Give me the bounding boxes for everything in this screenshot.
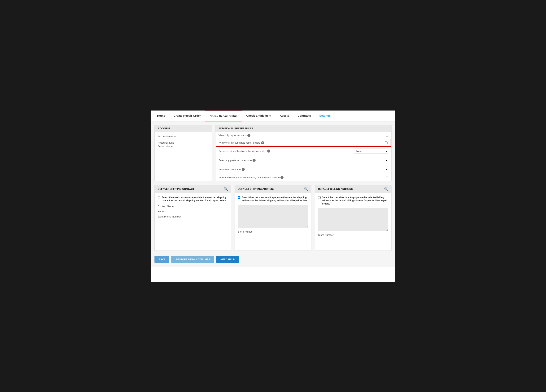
billing-address-title: DEFAULT BILLING ADDRESS (318, 188, 353, 190)
account-name-row: Account Name Zebra Internal (158, 141, 208, 148)
email-notification-select[interactable]: None All Custom (354, 149, 388, 154)
account-body: Account Number Account Name Zebra Intern… (155, 132, 212, 154)
shipping-address-checkbox-text: Select the checkbox to auto-populate the… (242, 196, 308, 202)
shipping-address-checkbox-row: Select the checkbox to auto-populate the… (238, 196, 308, 202)
battery-control (386, 176, 388, 179)
top-section: ACCOUNT Account Number Account Name Zebr… (155, 125, 391, 181)
account-name-value: Zebra Internal (158, 145, 208, 148)
saved-carts-text: View only my saved carts (219, 134, 247, 137)
shipping-address-body: Select the checkbox to auto-populate the… (235, 193, 311, 251)
account-panel: ACCOUNT Account Number Account Name Zebr… (155, 125, 212, 181)
battery-info-icon[interactable]: i (280, 176, 284, 179)
language-text: Preferred Language (219, 168, 241, 171)
nav-item-create-repair-order[interactable]: Create Repair Order (169, 111, 205, 121)
pref-label-battery: Auto-add battery lines with battery main… (219, 176, 384, 179)
shipping-contact-title: DEFAULT SHIPPING CONTACT (158, 188, 194, 190)
billing-address-textarea[interactable] (318, 208, 388, 231)
nav-item-settings[interactable]: Settings (315, 111, 335, 121)
shipping-address-title: DEFAULT SHIPPING ADDRESS (238, 188, 274, 190)
shipping-contact-search-icon[interactable]: 🔍 (224, 187, 228, 191)
pref-row-submitted-orders: View only my submitted repair orders i (216, 139, 391, 147)
shipping-contact-checkbox[interactable] (158, 196, 160, 199)
shipping-contact-body: Select the checkbox to auto-populate the… (155, 193, 231, 251)
page-content: ACCOUNT Account Number Account Name Zebr… (151, 121, 395, 267)
submitted-orders-control (385, 141, 388, 144)
help-button[interactable]: NEED HELP (216, 256, 239, 263)
nav-item-contracts[interactable]: Contracts (293, 111, 315, 121)
footer-buttons: SAVE RESTORE DEFAULT VALUES NEED HELP (155, 254, 391, 264)
pref-row-language: Preferred Language i (215, 165, 391, 174)
battery-checkbox[interactable] (386, 176, 388, 179)
shipping-address-header: DEFAULT SHIPPING ADDRESS 🔍 (235, 185, 311, 193)
shipping-contact-checkbox-row: Select the checkbox to auto-populate the… (158, 196, 228, 202)
shipping-contact-header: DEFAULT SHIPPING CONTACT 🔍 (155, 185, 231, 193)
email-notification-info-icon[interactable]: i (267, 150, 270, 152)
billing-address-checkbox[interactable] (318, 196, 321, 199)
shipping-address-panel: DEFAULT SHIPPING ADDRESS 🔍 Select the ch… (234, 185, 311, 251)
pref-row-battery: Auto-add battery lines with battery main… (215, 174, 391, 181)
nav-item-check-repair-status[interactable]: Check Repair Status (205, 111, 242, 121)
pref-row-timezone: Select my preferred time zone i (215, 156, 391, 165)
billing-address-checkbox-text: Select the checkbox to auto-populate the… (322, 196, 388, 205)
language-select[interactable] (354, 167, 388, 172)
timezone-text: Select my preferred time zone (219, 159, 252, 162)
shipping-contact-panel: DEFAULT SHIPPING CONTACT 🔍 Select the ch… (155, 185, 231, 251)
prefs-panel: ADDITIONAL PREFERENCES View only my save… (215, 125, 391, 181)
shipping-address-textarea[interactable] (238, 205, 308, 228)
pref-label-submitted-orders: View only my submitted repair orders i (219, 141, 383, 144)
restore-button[interactable]: RESTORE DEFAULT VALUES (171, 256, 214, 263)
main-container: Home Create Repair Order Check Repair St… (151, 110, 395, 282)
pref-row-saved-carts: View only my saved carts i (215, 132, 391, 139)
battery-text: Auto-add battery lines with battery main… (219, 176, 280, 179)
shipping-address-search-icon[interactable]: 🔍 (304, 187, 308, 191)
timezone-info-icon[interactable]: i (253, 159, 256, 162)
submitted-orders-info-icon[interactable]: i (261, 141, 264, 144)
email-label: Email (158, 210, 228, 213)
prefs-header: ADDITIONAL PREFERENCES (215, 125, 391, 132)
saved-carts-control (386, 134, 388, 137)
nav-item-check-entitlement[interactable]: Check Entitlement (242, 111, 275, 121)
language-info-icon[interactable]: i (242, 168, 245, 171)
billing-address-body: Select the checkbox to auto-populate the… (315, 193, 391, 251)
billing-address-store-number: Store Number (318, 234, 388, 236)
account-name-label: Account Name (158, 141, 208, 144)
pref-row-email-notification: Repair email notification subscription s… (215, 147, 391, 156)
shipping-address-store-number: Store Number (238, 230, 308, 233)
saved-carts-info-icon[interactable]: i (247, 134, 250, 137)
saved-carts-checkbox[interactable] (386, 134, 388, 137)
billing-address-checkbox-row: Select the checkbox to auto-populate the… (318, 196, 388, 205)
billing-address-panel: DEFAULT BILLING ADDRESS 🔍 Select the che… (315, 185, 391, 251)
pref-label-timezone: Select my preferred time zone i (219, 159, 352, 162)
email-notification-text: Repair email notification subscription s… (219, 150, 266, 152)
submitted-orders-text: View only my submitted repair orders (219, 141, 260, 144)
timezone-control (354, 158, 388, 163)
account-header: ACCOUNT (155, 125, 212, 132)
shipping-address-checkbox[interactable] (238, 196, 240, 199)
pref-label-email-notification: Repair email notification subscription s… (219, 150, 352, 152)
billing-address-search-icon[interactable]: 🔍 (384, 187, 388, 191)
billing-address-header: DEFAULT BILLING ADDRESS 🔍 (315, 185, 391, 193)
phone-label: Work Phone Number (158, 215, 228, 218)
save-button[interactable]: SAVE (155, 256, 169, 263)
pref-label-language: Preferred Language i (219, 168, 352, 171)
timezone-select[interactable] (354, 158, 388, 163)
nav-item-home[interactable]: Home (153, 111, 169, 121)
email-notification-control: None All Custom (354, 149, 388, 154)
nav-item-assets[interactable]: Assets (275, 111, 293, 121)
pref-label-saved-carts: View only my saved carts i (219, 134, 384, 137)
account-number-label: Account Number (158, 135, 208, 138)
language-control (354, 167, 388, 172)
shipping-contact-checkbox-text: Select the checkbox to auto-populate the… (162, 196, 228, 202)
account-number-row: Account Number (158, 135, 208, 138)
bottom-section: DEFAULT SHIPPING CONTACT 🔍 Select the ch… (155, 185, 391, 251)
submitted-orders-checkbox[interactable] (385, 141, 388, 144)
nav-bar: Home Create Repair Order Check Repair St… (151, 111, 395, 121)
contact-name-label: Contact Name (158, 205, 228, 208)
